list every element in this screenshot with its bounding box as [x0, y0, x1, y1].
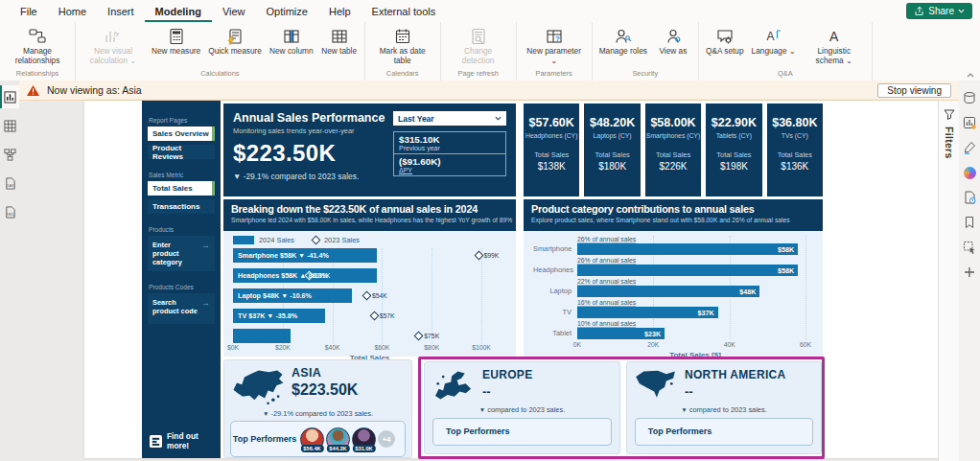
- menu-item-insert[interactable]: Insert: [97, 0, 145, 22]
- nav-box-search-product-code[interactable]: Search product code→: [148, 293, 215, 324]
- quick-measure-button[interactable]: Quick measure: [205, 25, 265, 58]
- ribbon-button-label: Quick measure: [208, 47, 262, 57]
- nav-pill-total-sales[interactable]: Total Sales: [148, 181, 215, 196]
- stop-viewing-button[interactable]: Stop viewing: [877, 83, 951, 98]
- nav-pill-product-reviews[interactable]: Product Reviews: [148, 145, 215, 159]
- add-visual-icon[interactable]: [963, 260, 976, 285]
- language-button[interactable]: ALanguage ⌄: [749, 25, 799, 58]
- new-column-button[interactable]: New column: [267, 25, 316, 58]
- region-card-asia[interactable]: ASIA $223.50K ▼ -29.1% compared to 2023 …: [223, 359, 412, 458]
- table-view-icon[interactable]: [0, 114, 19, 137]
- view-as-button[interactable]: View as: [652, 25, 694, 58]
- nav-box-enter-product-category[interactable]: Enter product category→: [148, 236, 215, 271]
- ribbon-group-caption: Q&A: [703, 68, 868, 81]
- bar-tv[interactable]: TV $37K ▼ -35.8%: [233, 309, 325, 323]
- bar-row-headphones: Headphones $58K ▲ 88.9%$31K: [233, 268, 506, 283]
- q-a-setup-button[interactable]: Q&A setup: [703, 25, 747, 58]
- menu-item-view[interactable]: View: [212, 0, 256, 22]
- bar-tv[interactable]: $37K: [577, 307, 718, 318]
- category-contribution-chart[interactable]: Product category contributions to annual…: [524, 199, 823, 357]
- kpi-card-laptops-cy[interactable]: $48.20KLaptops (CY)Total Sales$180K: [584, 104, 640, 196]
- kpi-name: Smartphones (CY): [645, 132, 701, 139]
- category-label: Smartphone: [533, 244, 577, 255]
- new-measure-button[interactable]: New measure: [149, 25, 203, 58]
- nav-section-label-products: Products: [149, 226, 214, 233]
- ribbon-group-calendars: Mark as date tableCalendars: [365, 22, 441, 81]
- tmdl-view-icon[interactable]: TMDL: [0, 200, 19, 223]
- bar-tablet[interactable]: [233, 329, 291, 343]
- manage-roles-button[interactable]: Manage roles: [596, 25, 650, 58]
- annual-sales-card[interactable]: Annual Sales Performance Monitoring sale…: [223, 104, 516, 196]
- format-icon[interactable]: [963, 135, 976, 160]
- ribbon-button-label: New visual calculation ⌄: [82, 47, 144, 65]
- build-visual-icon[interactable]: [963, 110, 976, 135]
- bookmark-icon[interactable]: [963, 210, 976, 235]
- menu-item-file[interactable]: File: [10, 0, 48, 22]
- data-icon[interactable]: [963, 85, 976, 110]
- bar-laptop[interactable]: Laptop $48K ▼ -10.6%: [233, 288, 352, 303]
- menu-item-optimize[interactable]: Optimize: [256, 0, 318, 22]
- new-table-button[interactable]: New table: [318, 25, 361, 58]
- performer-value-badge: $44.2K: [326, 445, 349, 452]
- ribbon-group-parameters: ?New parameter ⌄Parameters: [517, 22, 593, 81]
- report-view-icon[interactable]: [0, 85, 19, 108]
- menu-item-home[interactable]: Home: [48, 0, 97, 22]
- new-visual-calculation-button: fxNew visual calculation ⌄: [80, 25, 147, 66]
- selected-visuals-highlight: EUROPE -- ▼ compared to 2023 sales. Top …: [418, 357, 825, 459]
- axis-tick: 20K: [647, 341, 659, 348]
- bar-row-smartphone: Smartphone26% of annual sales$58K: [533, 236, 813, 255]
- nav-pill-sales-overview[interactable]: Sales Overview: [148, 127, 215, 141]
- marker-2023-tv[interactable]: [369, 311, 379, 321]
- selection-icon[interactable]: [963, 235, 976, 260]
- marker-2023-tablet[interactable]: [414, 332, 424, 341]
- period-dropdown[interactable]: Last Year: [393, 111, 506, 126]
- svg-text:A: A: [766, 30, 774, 43]
- copilot-icon[interactable]: [964, 160, 976, 185]
- sales-breakdown-chart[interactable]: Breaking down the $223.50K of annual sal…: [223, 199, 516, 357]
- linguistic-schema-button[interactable]: ALinguistic schema ⌄: [801, 25, 868, 66]
- kpi-value: $36.80K: [767, 116, 823, 129]
- axis-tick: $20K: [275, 344, 291, 351]
- performer-avatar: $56.4K: [300, 427, 324, 451]
- nav-pill-transactions[interactable]: Transactions: [148, 199, 215, 214]
- performer-avatar: $31.0K: [352, 427, 376, 451]
- performer-value-badge: $56.4K: [300, 445, 323, 452]
- find-out-more[interactable]: Find out more!: [150, 431, 221, 450]
- kpi-card-smartphones-cy[interactable]: $58.00KSmartphones (CY)Total Sales$226K: [645, 104, 701, 196]
- dax-query-view-icon[interactable]: DAX: [0, 172, 19, 195]
- share-button[interactable]: Share: [906, 3, 972, 19]
- arrow-right-icon: →: [201, 298, 210, 319]
- performance-analyzer-icon[interactable]: [963, 185, 976, 210]
- ribbon-group-caption: Page refresh: [445, 68, 512, 81]
- more-performers-badge: +4: [378, 430, 395, 448]
- share-label: Share: [928, 6, 954, 16]
- collapse-ribbon-icon[interactable]: [967, 73, 974, 78]
- mark-as-date-table-button[interactable]: Mark as date table: [369, 25, 436, 66]
- manage-relationships-button[interactable]: Manage relationships: [4, 25, 71, 66]
- filters-pane-collapsed[interactable]: Filters: [938, 101, 959, 461]
- bar-headphones[interactable]: $58K: [577, 265, 798, 276]
- marker-label: $75K: [424, 333, 439, 339]
- region-card-north-america[interactable]: NORTH AMERICA -- ▼ compared to 2023 sale…: [626, 361, 822, 454]
- bar-smartphone[interactable]: Smartphone $58K ▼ -41.4%: [233, 248, 377, 263]
- region-value: --: [685, 384, 785, 399]
- bar-smartphone[interactable]: $58K: [577, 243, 798, 255]
- bar-laptop[interactable]: $48K: [577, 286, 759, 297]
- menu-item-modeling[interactable]: Modeling: [145, 0, 212, 22]
- kpi-card-tvs-cy[interactable]: $36.80KTVs (CY)Total Sales$136K: [767, 104, 823, 196]
- kpi-card-headphones-cy[interactable]: $57.60KHeadphones (CY)Total Sales$138K: [524, 104, 579, 196]
- chevron-down-icon: [958, 9, 965, 13]
- delta-py-label: ΔPY: [399, 167, 501, 173]
- bar-tablet[interactable]: $23K: [577, 328, 665, 339]
- menu-item-external-tools[interactable]: External tools: [362, 0, 447, 22]
- region-card-europe[interactable]: EUROPE -- ▼ compared to 2023 sales. Top …: [424, 361, 620, 454]
- new-table-icon: [330, 26, 349, 46]
- menu-item-help[interactable]: Help: [318, 0, 362, 22]
- model-view-icon[interactable]: [0, 143, 19, 166]
- marker-2023-smartphone[interactable]: [474, 251, 483, 261]
- marker-2023-laptop[interactable]: [362, 291, 371, 301]
- nav-section-label-report-pages: Report Pages: [149, 117, 214, 124]
- kpi-card-tablets-cy[interactable]: $22.90KTablets (CY)Total Sales$198K: [706, 104, 761, 196]
- new-parameter-button[interactable]: ?New parameter ⌄: [521, 25, 588, 66]
- axis-tick: $60K: [375, 344, 390, 351]
